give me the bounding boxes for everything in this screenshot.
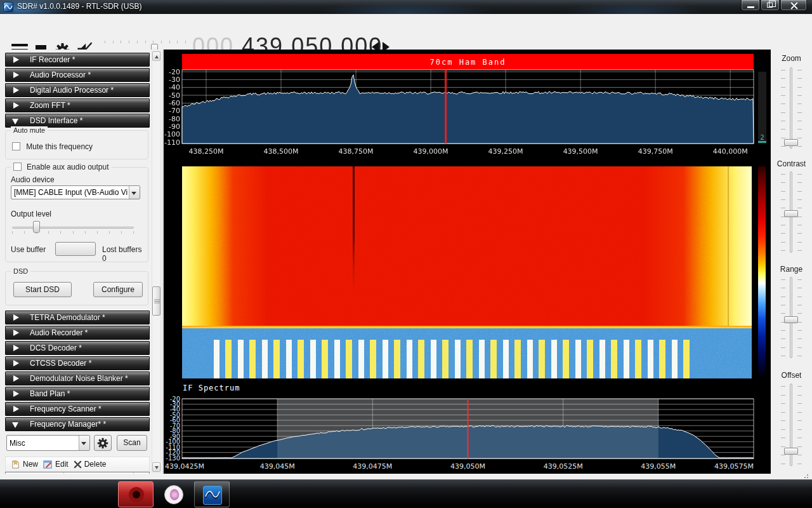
scrollbar-thumb[interactable] <box>152 286 160 316</box>
slider-tick <box>781 121 785 121</box>
x-axis-label: 439,045M <box>260 462 295 471</box>
app-taskbar-button[interactable] <box>156 481 192 507</box>
aux-audio-checkbox[interactable] <box>13 163 22 171</box>
x-axis-label: 439,0425M <box>165 462 204 471</box>
slider-tick <box>797 121 802 121</box>
triangle-right-icon <box>13 57 19 63</box>
freq-manager-toolbar: New Edit Delete <box>5 457 150 472</box>
freq-group-combo[interactable]: Misc <box>6 435 90 451</box>
slider-tick <box>797 242 802 243</box>
audio-device-label: Audio device <box>11 175 55 184</box>
chevron-down-icon <box>81 442 86 445</box>
slider-tick <box>797 70 802 70</box>
freq-group-combo-button[interactable] <box>79 436 89 450</box>
use-buffer-toggle[interactable] <box>55 242 96 256</box>
sidebar-panel-header[interactable]: Band Plan * <box>5 387 150 401</box>
slider-track[interactable] <box>790 67 792 149</box>
slider-thumb-contrast[interactable] <box>784 210 798 217</box>
slider-thumb-range[interactable] <box>784 316 798 323</box>
sidebar-panel-header[interactable]: Demodulator Noise Blanker * <box>5 371 150 385</box>
y-axis-label: -70 <box>169 107 180 115</box>
new-button[interactable]: New <box>11 460 38 469</box>
x-axis-label: 439,0525M <box>544 462 583 471</box>
sidebar-scrollbar[interactable] <box>152 51 161 472</box>
mute-frequency-checkbox[interactable] <box>12 142 20 150</box>
slider-tick <box>797 438 802 438</box>
slider-tick <box>137 41 138 43</box>
sidebar-panel-header[interactable]: Audio Recorder * <box>5 326 150 340</box>
scroll-up-button[interactable] <box>152 51 160 61</box>
slider-tick <box>797 446 802 447</box>
sidebar-panel-header[interactable]: TETRA Demodulator * <box>5 311 150 324</box>
sidebar-panel-header[interactable]: Frequency Manager* * <box>5 417 150 431</box>
sidebar-panel-header[interactable]: Frequency Scanner * <box>5 402 150 416</box>
slider-tick <box>781 199 785 200</box>
audio-device-value: [MME] CABLE Input (VB-Audio Virtual C <box>14 188 128 197</box>
start-dsd-button[interactable]: Start DSD <box>13 282 72 297</box>
slider-tick <box>109 231 110 234</box>
output-level-track <box>12 227 134 229</box>
x-axis-label: 439,500M <box>563 147 598 156</box>
slider-tick <box>781 174 785 175</box>
x-axis-label: 439,250M <box>488 147 523 156</box>
scroll-down-button[interactable] <box>152 462 160 472</box>
opera-taskbar-button[interactable] <box>118 481 154 507</box>
sidebar-panel-header[interactable]: Audio Processor * <box>5 68 150 82</box>
slider-tick <box>781 386 785 387</box>
slider-tick <box>797 313 802 314</box>
sdrsharp-taskbar-button[interactable] <box>194 481 230 507</box>
minimize-icon <box>747 6 754 8</box>
freq-manager-gear-button[interactable] <box>94 435 112 451</box>
delete-button[interactable]: Delete <box>74 460 107 469</box>
scan-button[interactable]: Scan <box>117 435 147 451</box>
audio-device-combo[interactable]: [MME] CABLE Input (VB-Audio Virtual C <box>11 185 140 199</box>
triangle-down-icon <box>12 422 18 428</box>
sidebar-panel-header[interactable]: DSD Interface * <box>5 114 150 128</box>
sidebar-panel-header[interactable]: Zoom FFT * <box>5 98 150 112</box>
slider-tick <box>105 41 105 43</box>
sidebar-panel-header[interactable]: IF Recorder * <box>5 53 150 67</box>
aux-audio-label: Enable aux audio output <box>27 163 108 171</box>
sidebar-panel-header[interactable]: CTCSS Decoder * <box>5 356 150 370</box>
dsd-legend: DSD <box>11 267 30 275</box>
sidebar-panel-header[interactable]: DCS Decoder * <box>5 341 150 355</box>
rf-spectrum-chart[interactable]: 70cm Ham Band-20-30-40-50-60-70-80-90-10… <box>164 50 771 161</box>
edit-label: Edit <box>55 460 69 469</box>
slider-tick <box>797 250 802 251</box>
restore-button[interactable] <box>761 0 780 11</box>
slider-tick <box>797 104 802 104</box>
slider-tick <box>48 231 49 234</box>
configure-button[interactable]: Configure <box>93 282 143 297</box>
window-bottom-edge <box>0 474 812 479</box>
waterfall-color-legend <box>758 166 766 378</box>
output-level-thumb[interactable] <box>33 221 40 233</box>
round-app-icon <box>164 485 183 504</box>
minimize-button[interactable] <box>741 0 760 11</box>
slider-tick <box>797 112 802 113</box>
waterfall[interactable] <box>164 162 771 378</box>
if-spectrum-chart[interactable]: IF Spectrum-20-30-40-50-60-70-80-90-100-… <box>164 380 771 474</box>
x-axis-label: 439,000M <box>414 147 449 156</box>
toolbar: 000.439.050.000 <box>0 14 812 50</box>
sidebar-panel-header[interactable]: Digital Audio Processor * <box>5 83 150 97</box>
audio-device-combo-button[interactable] <box>129 186 140 199</box>
output-level-slider[interactable] <box>12 221 134 234</box>
close-button[interactable] <box>780 0 807 11</box>
triangle-right-icon <box>13 391 19 397</box>
slider-label-range: Range <box>771 265 812 274</box>
y-axis-label: -50 <box>169 91 180 100</box>
edit-button[interactable]: Edit <box>43 460 69 469</box>
taskbar: e RU <box>0 479 812 508</box>
app-icon <box>3 2 13 12</box>
slider-thumb-offset[interactable] <box>784 448 798 455</box>
slider-tick <box>797 464 802 464</box>
slider-tick <box>12 231 13 234</box>
triangle-down-icon <box>155 466 159 469</box>
aux-audio-group: Enable aux audio output Audio device [MM… <box>5 167 148 262</box>
panel-header-label: Audio Recorder * <box>30 328 88 337</box>
right-control-panel: ZoomContrastRangeOffset <box>771 50 812 474</box>
slider-tick <box>781 330 785 331</box>
y-axis-label: -40 <box>169 83 180 91</box>
triangle-right-icon <box>13 406 19 412</box>
slider-thumb-zoom[interactable] <box>784 139 798 146</box>
